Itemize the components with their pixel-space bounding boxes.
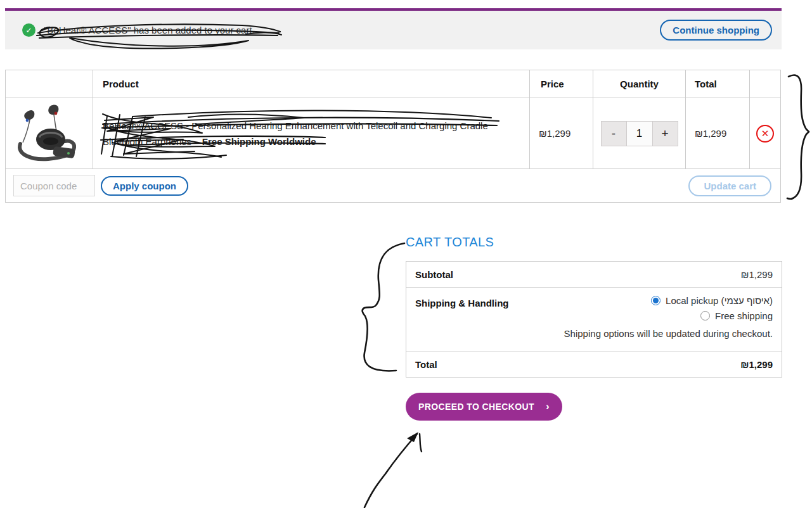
radio-selected-icon[interactable] [651, 296, 661, 305]
subtotal-value: ₪1,299 [741, 269, 773, 280]
header-price: Price [530, 70, 593, 98]
proceed-to-checkout-button[interactable]: PROCEED TO CHECKOUT › [406, 393, 562, 421]
product-title-line2-bold: Free Shipping Worldwide [202, 136, 316, 147]
continue-shopping-button[interactable]: Continue shopping [660, 20, 772, 41]
shipping-label: Shipping & Handling [415, 295, 508, 308]
shipping-options: Local pickup (איסוף עצמי) Free shipping … [564, 295, 773, 339]
quantity-increase-button[interactable]: + [652, 122, 678, 146]
headset-product-image [11, 103, 87, 163]
header-total: Total [686, 70, 750, 98]
product-title-link[interactable]: BeHear® ACCESS - Personalized Hearing En… [103, 118, 488, 149]
header-remove [750, 70, 780, 98]
remove-item-button[interactable]: ✕ [756, 125, 774, 143]
checkout-label: PROCEED TO CHECKOUT [418, 402, 534, 412]
cart-table-header-row: Product Price Quantity Total [6, 70, 780, 98]
chevron-right-icon: › [546, 400, 550, 413]
header-product: Product [93, 70, 530, 98]
header-quantity: Quantity [593, 70, 686, 98]
annotation-arrow-checkout [349, 421, 431, 508]
cart-totals-heading: CART TOTALS [406, 235, 494, 250]
remove-cell: ✕ [750, 98, 780, 169]
shipping-option-local-pickup[interactable]: Local pickup (איסוף עצמי) [651, 295, 773, 306]
cart-items-table: Product Price Quantity Total [5, 70, 781, 203]
item-price: ₪1,299 [530, 98, 593, 169]
update-cart-button[interactable]: Update cart [688, 175, 771, 196]
total-row: Total ₪1,299 [406, 352, 782, 377]
notice-message: "BeHear® ACCESS" has been added to your … [44, 25, 255, 35]
apply-coupon-button[interactable]: Apply coupon [101, 176, 188, 196]
cart-item-row: BeHear® ACCESS - Personalized Hearing En… [6, 98, 780, 169]
product-title-cell: BeHear® ACCESS - Personalized Hearing En… [93, 98, 530, 169]
quantity-decrease-button[interactable]: - [602, 122, 627, 146]
item-total: ₪1,299 [686, 98, 750, 169]
shipping-note: Shipping options will be updated during … [564, 328, 773, 339]
radio-unselected-icon[interactable] [700, 311, 710, 321]
cart-totals-table: Subtotal ₪1,299 Shipping & Handling Loca… [406, 261, 782, 378]
product-thumbnail[interactable] [6, 98, 93, 169]
header-thumbnail [6, 70, 93, 98]
shipping-option-free-shipping[interactable]: Free shipping [700, 310, 773, 321]
shipping-option-label: Free shipping [715, 310, 773, 321]
shipping-option-label: Local pickup (איסוף עצמי) [666, 295, 773, 306]
subtotal-row: Subtotal ₪1,299 [406, 262, 782, 288]
coupon-code-input[interactable] [13, 175, 95, 196]
coupon-row: Apply coupon Update cart [6, 169, 780, 202]
annotation-brace-right [786, 71, 811, 202]
total-label: Total [415, 359, 437, 370]
product-title-line1: BeHear® ACCESS - Personalized Hearing En… [103, 120, 488, 131]
success-check-icon: ✓ [22, 23, 35, 37]
quantity-cell: - 1 + [593, 98, 686, 169]
subtotal-label: Subtotal [415, 269, 453, 280]
product-title-line2: Bluetooth Earphones – [103, 136, 202, 147]
shipping-row: Shipping & Handling Local pickup (איסוף … [406, 288, 782, 352]
quantity-stepper: - 1 + [601, 121, 678, 146]
quantity-input[interactable]: 1 [627, 122, 652, 146]
annotation-brace-left [345, 236, 409, 379]
total-value: ₪1,299 [740, 359, 773, 370]
added-to-cart-notice: ✓ "BeHear® ACCESS" has been added to you… [5, 11, 782, 49]
